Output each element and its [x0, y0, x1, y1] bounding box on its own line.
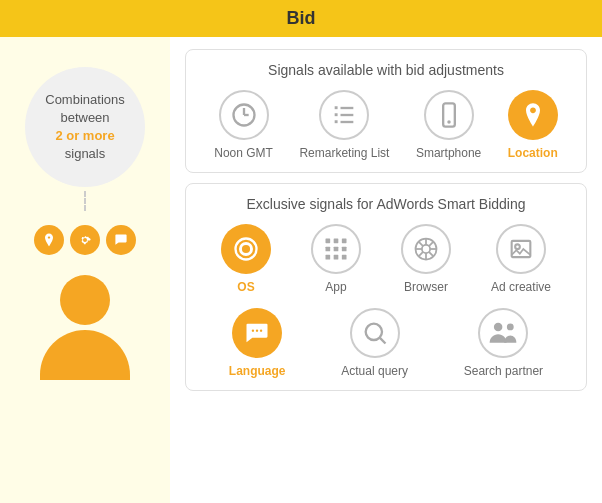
signal-ad-creative: Ad creative [491, 224, 551, 294]
app-icon [311, 224, 361, 274]
signal-smartphone: Smartphone [416, 90, 481, 160]
noon-gmt-icon [219, 90, 269, 140]
svg-rect-11 [325, 239, 330, 244]
exclusive-bottom-row: Language Actual query [201, 308, 571, 378]
svg-line-29 [418, 252, 423, 257]
bubble-line2: between [60, 109, 109, 127]
svg-rect-13 [342, 239, 347, 244]
signals-grid: Noon GMT Remarketing Lis [201, 90, 571, 160]
app-label: App [325, 280, 346, 294]
svg-point-38 [507, 324, 514, 331]
mini-signal-icons [34, 225, 136, 255]
mini-speech-icon [106, 225, 136, 255]
remarketing-label: Remarketing List [299, 146, 389, 160]
svg-rect-6 [335, 106, 338, 109]
language-label: Language [229, 364, 286, 378]
signal-search-partner: Search partner [464, 308, 543, 378]
actual-query-icon [350, 308, 400, 358]
smartphone-icon [424, 90, 474, 140]
os-label: OS [237, 280, 254, 294]
browser-label: Browser [404, 280, 448, 294]
svg-rect-8 [335, 120, 338, 123]
header-title: Bid [287, 8, 316, 28]
svg-rect-12 [334, 239, 339, 244]
signal-browser: Browser [401, 224, 451, 294]
mini-gear-icon [70, 225, 100, 255]
location-label: Location [508, 146, 558, 160]
signal-location: Location [508, 90, 558, 160]
dotted-connector [84, 191, 86, 211]
main-content: Combinations between 2 or more signals [0, 37, 602, 503]
svg-rect-17 [325, 255, 330, 260]
person-avatar [40, 275, 130, 380]
svg-point-35 [365, 324, 381, 340]
remarketing-icon [319, 90, 369, 140]
bubble-line3: signals [65, 145, 105, 163]
svg-line-26 [418, 242, 423, 247]
svg-rect-16 [342, 247, 347, 252]
right-panel: Signals available with bid adjustments N… [170, 37, 602, 503]
left-panel: Combinations between 2 or more signals [0, 37, 170, 503]
location-icon [508, 90, 558, 140]
bubble-highlight: 2 or more [55, 127, 114, 145]
signal-language: Language [229, 308, 286, 378]
svg-point-37 [494, 323, 503, 332]
signals-title: Signals available with bid adjustments [201, 62, 571, 78]
svg-rect-30 [512, 241, 531, 257]
avatar-head [60, 275, 110, 325]
search-partner-icon [478, 308, 528, 358]
browser-icon [401, 224, 451, 274]
combinations-bubble: Combinations between 2 or more signals [25, 67, 145, 187]
svg-line-36 [379, 338, 385, 344]
svg-point-34 [260, 330, 262, 332]
signal-app: App [311, 224, 361, 294]
os-icon [221, 224, 271, 274]
signal-noon-gmt: Noon GMT [214, 90, 273, 160]
avatar-body [40, 330, 130, 380]
exclusive-top-row: OS [201, 224, 571, 294]
ad-creative-icon [496, 224, 546, 274]
signal-remarketing: Remarketing List [299, 90, 389, 160]
search-partner-label: Search partner [464, 364, 543, 378]
ad-creative-label: Ad creative [491, 280, 551, 294]
actual-query-label: Actual query [341, 364, 408, 378]
svg-rect-15 [334, 247, 339, 252]
svg-rect-7 [335, 113, 338, 116]
smartphone-label: Smartphone [416, 146, 481, 160]
svg-point-21 [422, 245, 430, 253]
page-header: Bid [0, 0, 602, 37]
svg-point-32 [252, 330, 254, 332]
svg-point-31 [515, 244, 520, 249]
signal-os: OS [221, 224, 271, 294]
exclusive-signals-box: Exclusive signals for AdWords Smart Bidd… [185, 183, 587, 391]
signals-available-box: Signals available with bid adjustments N… [185, 49, 587, 173]
mini-location-icon [34, 225, 64, 255]
svg-rect-18 [334, 255, 339, 260]
signal-actual-query: Actual query [341, 308, 408, 378]
bubble-line1: Combinations [45, 91, 125, 109]
svg-rect-14 [325, 247, 330, 252]
language-icon [232, 308, 282, 358]
exclusive-title: Exclusive signals for AdWords Smart Bidd… [201, 196, 571, 212]
svg-line-28 [429, 242, 434, 247]
svg-point-33 [256, 330, 258, 332]
svg-rect-19 [342, 255, 347, 260]
svg-line-27 [429, 252, 434, 257]
noon-gmt-label: Noon GMT [214, 146, 273, 160]
